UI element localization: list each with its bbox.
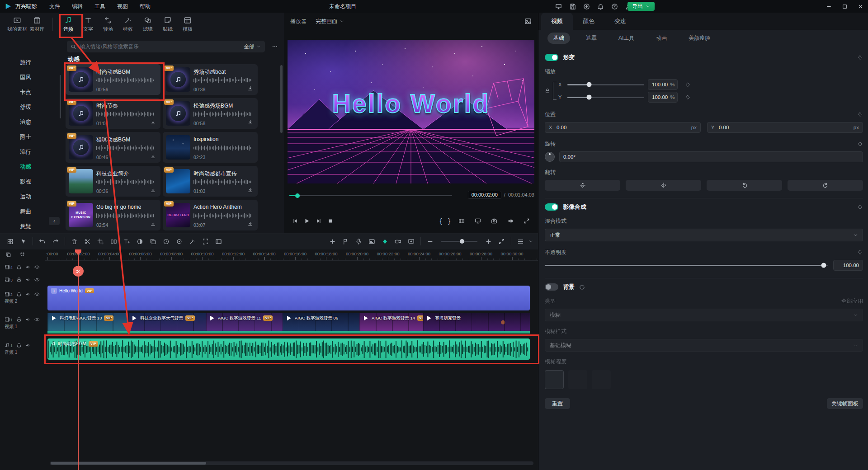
maximize-button[interactable] <box>842 4 848 9</box>
flip-vertical-button[interactable] <box>545 180 620 191</box>
tab-filters[interactable]: 滤镜 <box>138 16 158 33</box>
lock-icon[interactable] <box>16 277 22 282</box>
flip-horizontal-button[interactable] <box>626 180 701 191</box>
music-item-2[interactable]: VIP 时尚节奏 01:04 <box>66 98 160 129</box>
apply-to-all-button[interactable]: 全部应用 <box>841 297 863 305</box>
opacity-slider[interactable] <box>545 265 828 266</box>
download-icon[interactable] <box>247 119 253 125</box>
lock-icon[interactable] <box>16 264 22 270</box>
timeline-video-clip-5[interactable]: AIGC 数字游戏背景 14VIP <box>359 313 423 334</box>
music-item-8[interactable]: MUSIC EXPANSION VIP Go big or go home 02… <box>66 200 160 230</box>
transform-toggle[interactable] <box>545 54 558 61</box>
blur-degree-option-2[interactable] <box>568 370 587 389</box>
rotation-input[interactable]: 0.00° <box>559 151 863 162</box>
track-header-3[interactable]: 3 <box>0 274 45 286</box>
compositing-toggle[interactable] <box>545 203 558 211</box>
subtab-animation[interactable]: 动画 <box>650 33 673 44</box>
menu-view[interactable]: 视图 <box>111 3 134 10</box>
subtab-beauty[interactable]: 美颜瘦脸 <box>683 33 716 44</box>
save-icon[interactable] <box>569 3 576 10</box>
zoom-out-icon[interactable] <box>424 235 437 247</box>
split-at-playhead-button[interactable] <box>73 266 84 277</box>
copy-tool-icon[interactable] <box>5 252 11 258</box>
category-dynamic[interactable]: 动感 <box>0 160 63 174</box>
close-button[interactable] <box>858 4 863 9</box>
tab-color[interactable]: 颜色 <box>573 13 604 30</box>
timeline-video-clip-4[interactable]: AIGC 数字游戏背景 06 <box>283 313 360 334</box>
keyframe-diamond-icon[interactable] <box>857 204 863 210</box>
speed-icon[interactable] <box>160 235 173 247</box>
timeline-audio-clip[interactable]: 时尚动感BGM VIP <box>47 338 530 360</box>
duplicate-icon[interactable] <box>146 235 160 247</box>
track-header-audio-1[interactable]: 1 音频 1 <box>0 338 45 360</box>
category-pop[interactable]: 流行 <box>0 145 63 160</box>
mute-icon[interactable] <box>25 264 31 270</box>
color-icon[interactable] <box>173 235 186 247</box>
keyframe-diamond-icon[interactable] <box>685 82 691 88</box>
scale-y-value[interactable]: 100.00% <box>648 92 678 103</box>
screen-record-icon[interactable] <box>392 235 405 247</box>
voiceover-icon[interactable] <box>352 235 365 247</box>
search-input[interactable] <box>79 43 239 50</box>
redo-icon[interactable] <box>49 235 62 247</box>
add-text-icon[interactable] <box>120 235 133 247</box>
stop-button[interactable] <box>325 215 336 227</box>
tab-stock[interactable]: 素材库 <box>27 16 47 33</box>
category-travel[interactable]: 旅行 <box>0 55 63 70</box>
info-icon[interactable] <box>579 284 585 290</box>
snapshot-icon[interactable] <box>488 215 500 227</box>
preview-quality-button[interactable] <box>456 215 467 227</box>
category-scrollbar[interactable] <box>60 75 61 118</box>
blur-degree-option-3[interactable] <box>592 370 611 389</box>
tab-video[interactable]: 视频 <box>541 13 573 30</box>
preview-seekbar[interactable] <box>289 195 452 196</box>
previous-frame-button[interactable] <box>289 215 301 227</box>
seek-handle[interactable] <box>295 193 300 198</box>
position-y-input[interactable]: Y0.00px <box>707 122 863 133</box>
subtitle-icon[interactable] <box>365 235 378 247</box>
music-item-7[interactable]: VIP 时尚动感都市宣传 01:03 <box>163 166 258 197</box>
mute-icon[interactable] <box>25 317 31 322</box>
split-icon[interactable] <box>107 235 120 247</box>
timeline-video-clip-1[interactable]: 科幻电影AIGC背景 10VIP <box>47 313 128 334</box>
rotation-knob[interactable] <box>545 152 555 162</box>
mark-in-button[interactable]: { <box>439 217 443 225</box>
timeline-horizontal-scrollbar[interactable] <box>50 461 533 465</box>
music-item-3[interactable]: VIP 松弛感秀场BGM 00:58 <box>163 98 258 129</box>
keyframe-diamond-icon[interactable] <box>857 112 863 118</box>
subtab-basic[interactable]: 基础 <box>547 33 570 44</box>
dual-screen-icon[interactable] <box>472 215 484 227</box>
music-item-6[interactable]: VIP 科技企业简介 00:36 <box>66 166 160 197</box>
track-header-4[interactable]: 4 <box>0 261 45 273</box>
music-item-4[interactable]: VIP 猫咪动感BGM 00:46 <box>66 132 160 163</box>
download-icon[interactable] <box>150 119 156 125</box>
magnet-icon[interactable] <box>19 252 25 258</box>
margins-icon[interactable] <box>212 235 225 247</box>
collapse-sidebar-button[interactable]: ‹ <box>49 217 60 225</box>
music-item-9[interactable]: RETRO TECH VIP Action Hero Anthem 03:07 <box>163 200 258 230</box>
download-icon[interactable] <box>247 85 253 91</box>
download-icon[interactable] <box>150 221 156 227</box>
scale-x-value[interactable]: 100.00% <box>648 79 678 90</box>
blur-style-select[interactable]: 基础模糊 <box>545 339 863 352</box>
background-toggle[interactable] <box>545 283 558 291</box>
upload-icon[interactable] <box>583 3 590 10</box>
scale-y-slider[interactable] <box>567 97 644 98</box>
fit-timeline-icon[interactable] <box>495 235 508 247</box>
visibility-icon[interactable] <box>34 277 40 282</box>
timeline-zoom-slider[interactable] <box>441 241 477 242</box>
menu-edit[interactable]: 编辑 <box>66 3 89 10</box>
blur-degree-option-1[interactable] <box>545 370 564 389</box>
music-item-0[interactable]: VIP 时尚动感BGM 00:56 <box>66 64 160 95</box>
notifications-icon[interactable] <box>597 3 604 10</box>
visibility-icon[interactable] <box>34 317 40 322</box>
tab-speed[interactable]: 变速 <box>604 13 636 30</box>
visibility-icon[interactable] <box>34 264 40 270</box>
crop-icon[interactable] <box>94 235 107 247</box>
rotate-ccw-button[interactable] <box>707 180 782 191</box>
more-options-button[interactable] <box>269 41 280 52</box>
mask-icon[interactable] <box>133 235 146 247</box>
menu-help[interactable]: 帮助 <box>134 3 156 10</box>
scale-link-lock[interactable] <box>545 78 558 103</box>
timeline-video-clip-2[interactable]: 科技企业数字大气背景VIP <box>128 313 206 334</box>
